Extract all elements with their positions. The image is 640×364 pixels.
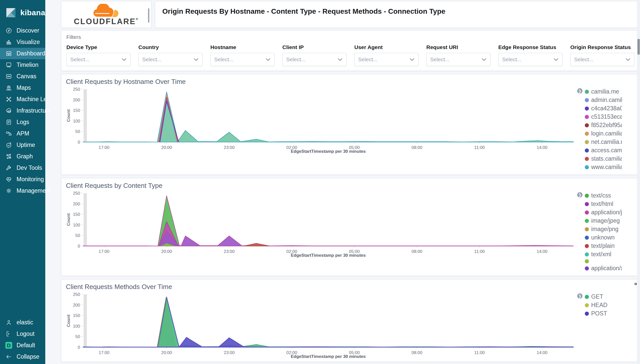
scrollbar-thumb[interactable]: [637, 39, 640, 55]
sidebar-item-default-space[interactable]: DDefault: [0, 340, 45, 351]
sidebar-item-uptime[interactable]: Uptime: [0, 139, 45, 151]
sidebar-item-discover[interactable]: Discover: [0, 25, 45, 36]
filter-label: Hostname: [210, 44, 282, 50]
legend-item[interactable]: POST: [585, 310, 622, 317]
legend-label: image/png: [591, 226, 618, 233]
sidebar-item-elastic[interactable]: elastic: [0, 317, 45, 328]
legend-item[interactable]: GET: [585, 293, 622, 300]
legend-item[interactable]: text/html: [585, 201, 622, 207]
svg-text:200: 200: [73, 303, 80, 308]
legend-label: text/xml: [591, 251, 611, 258]
filter-select-edge-response-status[interactable]: Select...: [498, 53, 562, 66]
legend-item[interactable]: c4ca4238a0...: [585, 105, 622, 112]
sidebar-item-timelion[interactable]: Timelion: [0, 59, 45, 71]
svg-text:50: 50: [75, 129, 80, 134]
legend-item[interactable]: c513153ecaf...: [585, 113, 622, 120]
filter-select-origin-response-status[interactable]: Select...: [570, 53, 634, 66]
kibana-logo[interactable]: kibana: [0, 4, 45, 25]
svg-text:150: 150: [73, 212, 80, 217]
chart-plot-area[interactable]: 050100150200250Count17:0020:0023:0002:00…: [66, 191, 577, 258]
legend-item[interactable]: net.camilia.me: [585, 139, 622, 145]
chart-legend: ❯text/csstext/htmlapplication/j...image/…: [577, 192, 622, 273]
filters-panel-label: Filters: [66, 34, 640, 40]
select-placeholder: Select...: [214, 56, 234, 63]
sidebar-item-graph[interactable]: Graph: [0, 151, 45, 162]
chart-plot-area[interactable]: 050100150200250Count17:0020:0023:0002:00…: [66, 87, 577, 154]
user-icon: [5, 319, 12, 326]
chevron-down-icon: [266, 58, 271, 61]
infrastructure-icon: [5, 107, 12, 114]
legend-item[interactable]: access.camili...: [585, 147, 622, 154]
sidebar-item-canvas[interactable]: Canvas: [0, 71, 45, 82]
legend-item[interactable]: HEAD: [585, 302, 622, 309]
legend-item[interactable]: unknown: [585, 234, 622, 241]
sidebar-item-maps[interactable]: Maps: [0, 82, 45, 94]
options-dot: [635, 283, 637, 285]
legend-item[interactable]: [585, 259, 622, 263]
legend-label: POST: [591, 310, 607, 317]
sidebar-item-label: Dashboard: [17, 50, 45, 57]
main-content: CLOUDFLARE® Origin Requests By Hostname …: [45, 0, 640, 364]
filter-select-user-agent[interactable]: Select...: [354, 53, 418, 66]
sidebar-item-monitoring[interactable]: Monitoring: [0, 174, 45, 185]
sidebar-item-logout[interactable]: Logout: [0, 328, 45, 340]
legend-item[interactable]: application/x...: [585, 265, 622, 272]
sidebar-item-collapse[interactable]: Collapse: [0, 351, 45, 362]
legend-toggle-icon[interactable]: ❯: [577, 192, 583, 198]
legend-item[interactable]: admin.camili...: [585, 97, 622, 103]
svg-text:150: 150: [73, 313, 80, 318]
legend-item[interactable]: stats.camilia....: [585, 155, 622, 162]
legend-item[interactable]: login.camilia...: [585, 130, 622, 137]
select-placeholder: Select...: [502, 56, 521, 63]
legend-label: camilia.me: [591, 88, 619, 95]
filter-select-country[interactable]: Select...: [138, 53, 202, 66]
legend-item[interactable]: image/jpeg: [585, 217, 622, 224]
chart-plot-area[interactable]: 050100150200250Count17:0020:0023:0002:00…: [66, 292, 577, 359]
legend-toggle-icon[interactable]: ❯: [577, 293, 583, 299]
filter-select-client-ip[interactable]: Select...: [282, 53, 346, 66]
sidebar-item-label: Monitoring: [17, 176, 44, 183]
legend-item[interactable]: camilia.me: [585, 88, 622, 95]
legend-label: GET: [591, 293, 603, 300]
sidebar-item-dev-tools[interactable]: Dev Tools: [0, 162, 45, 174]
filter-select-hostname[interactable]: Select...: [210, 53, 274, 66]
svg-text:23:00: 23:00: [224, 350, 235, 355]
legend-item[interactable]: text/plain: [585, 242, 622, 249]
timelion-icon: [5, 62, 12, 68]
sidebar-item-label: Visualize: [17, 39, 40, 46]
sidebar-item-management[interactable]: Management: [0, 185, 45, 196]
sidebar-item-logs[interactable]: Logs: [0, 116, 45, 128]
legend-item[interactable]: application/j...: [585, 209, 622, 216]
cloudflare-cloud-icon: [90, 4, 123, 17]
legend-item[interactable]: www.camilia...: [585, 164, 622, 171]
legend-item[interactable]: text/css: [585, 192, 622, 199]
filter-select-request-uri[interactable]: Select...: [426, 53, 490, 66]
charts-container: Client Requests by Hostname Over Time050…: [61, 74, 640, 364]
legend-item[interactable]: image/png: [585, 226, 622, 233]
legend-color-dot: [585, 194, 589, 198]
legend-toggle-icon[interactable]: ❯: [577, 88, 583, 94]
legend-label: text/plain: [591, 242, 615, 249]
legend-item[interactable]: f8522ebf95a...: [585, 122, 622, 129]
visualize-icon: [5, 39, 12, 46]
sidebar-item-dashboard[interactable]: Dashboard: [0, 48, 45, 59]
filter-select-device-type[interactable]: Select...: [66, 53, 130, 66]
sidebar-item-apm[interactable]: APM: [0, 128, 45, 139]
legend-color-dot: [585, 312, 589, 316]
sidebar-item-infrastructure[interactable]: Infrastructure: [0, 105, 45, 116]
sidebar-item-visualize[interactable]: Visualize: [0, 36, 45, 48]
filters-row: Device TypeSelect...CountrySelect...Host…: [66, 44, 640, 66]
select-placeholder: Select...: [70, 56, 90, 63]
chart-title: Client Requests by Hostname Over Time: [66, 78, 640, 86]
default-space-badge: D: [5, 342, 12, 349]
sidebar-item-label: Graph: [17, 153, 33, 160]
legend-color-dot: [585, 148, 589, 153]
legend-label: net.camilia.me: [591, 139, 622, 145]
page-scrollbar[interactable]: [637, 0, 640, 364]
sidebar-item-machine-learning[interactable]: Machine Le...: [0, 94, 45, 105]
select-placeholder: Select...: [574, 56, 593, 63]
svg-text:50: 50: [75, 334, 80, 339]
filters-panel: Filters Device TypeSelect...CountrySelec…: [61, 30, 640, 71]
default-space-badge: D: [5, 342, 12, 349]
legend-item[interactable]: text/xml: [585, 251, 622, 258]
